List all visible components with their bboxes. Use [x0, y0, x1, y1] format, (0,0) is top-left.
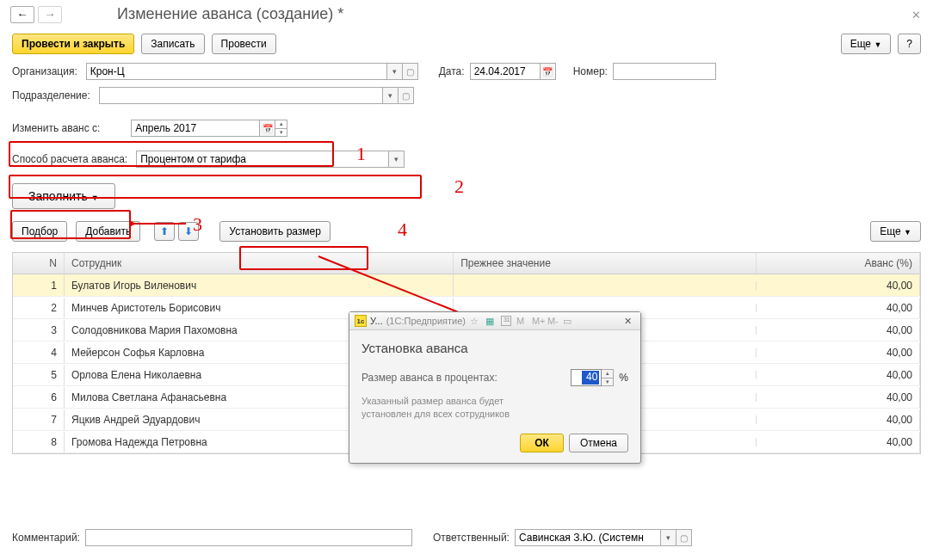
- open-icon: ▢: [402, 91, 410, 101]
- anno-number-4: 4: [398, 218, 407, 241]
- col-header-employee[interactable]: Сотрудник: [65, 253, 454, 274]
- set-advance-dialog: 1c У... (1С:Предприятие) ☆ ▦ 31 M M+ M- …: [349, 311, 641, 464]
- cell-n: 2: [13, 298, 65, 318]
- calendar-icon: [263, 124, 273, 133]
- cell-n: 4: [13, 342, 65, 363]
- set-size-button[interactable]: Установить размер: [219, 221, 331, 242]
- cell-n: 3: [13, 320, 65, 341]
- chevron-down-icon: ▾: [666, 533, 670, 542]
- advance-size-spinner[interactable]: ▴▾: [602, 369, 614, 386]
- caret-up-icon: ▴: [275, 120, 287, 129]
- chevron-down-icon: ▼: [904, 228, 911, 237]
- advance-size-value: 40: [582, 371, 599, 385]
- method-dropdown-button[interactable]: ▾: [389, 151, 405, 168]
- page-title: Изменение аванса (создание) *: [117, 5, 343, 23]
- anno-number-3: 3: [193, 213, 202, 236]
- responsible-dropdown-button[interactable]: ▾: [661, 529, 677, 546]
- col-header-n[interactable]: N: [13, 253, 65, 274]
- method-label: Способ расчета аванса:: [12, 153, 127, 165]
- open-icon: ▢: [406, 67, 414, 77]
- dialog-cancel-button[interactable]: Отмена: [569, 434, 628, 452]
- arrow-up-icon: ⬆: [160, 225, 169, 237]
- cell-advance: 40,00: [757, 387, 920, 408]
- anno-number-1: 1: [356, 143, 366, 165]
- chevron-down-icon: ▼: [91, 194, 99, 202]
- changefrom-calendar-button[interactable]: [260, 120, 275, 137]
- dialog-heading: Установка аванса: [361, 341, 628, 355]
- org-input[interactable]: [86, 63, 387, 80]
- cell-advance: 40,00: [757, 342, 920, 363]
- date-label: Дата:: [439, 65, 465, 77]
- write-button[interactable]: Записать: [141, 34, 204, 54]
- grid-icon[interactable]: ▦: [485, 316, 496, 326]
- cell-advance: 40,00: [757, 320, 920, 341]
- org-open-button[interactable]: ▢: [403, 63, 418, 80]
- nav-forward-button[interactable]: →: [38, 6, 62, 23]
- dialog-caption-short: У...: [370, 316, 383, 326]
- division-open-button[interactable]: ▢: [399, 87, 414, 104]
- calendar-icon: [542, 67, 553, 77]
- m-icon[interactable]: M: [516, 316, 527, 326]
- responsible-open-button[interactable]: ▢: [677, 529, 692, 546]
- cell-employee: Булатов Игорь Виленович: [65, 275, 454, 296]
- cell-advance: 40,00: [757, 432, 920, 452]
- chevron-down-icon: ▾: [388, 91, 392, 100]
- cell-n: 5: [13, 365, 65, 385]
- col-header-advance[interactable]: Аванс (%): [757, 253, 920, 274]
- cell-advance: 40,00: [757, 275, 920, 296]
- cell-advance: 40,00: [757, 409, 920, 430]
- post-close-button[interactable]: Провести и закрыть: [12, 34, 134, 54]
- col-header-prev[interactable]: Прежнее значение: [454, 253, 757, 274]
- responsible-label: Ответственный:: [433, 532, 510, 544]
- app-1c-icon: 1c: [355, 315, 367, 327]
- percent-label: %: [619, 372, 628, 384]
- org-dropdown-button[interactable]: ▾: [387, 63, 403, 80]
- comment-input[interactable]: [85, 529, 412, 546]
- arrow-left-icon: ←: [16, 8, 28, 21]
- dialog-hint: Указанный размер аванса будет установлен…: [361, 395, 628, 422]
- move-up-button[interactable]: ⬆: [154, 222, 175, 241]
- post-button[interactable]: Провести: [212, 34, 276, 54]
- date-input[interactable]: [470, 63, 541, 80]
- select-button[interactable]: Подбор: [12, 221, 67, 242]
- mminus-icon[interactable]: M-: [547, 316, 558, 326]
- number-input[interactable]: [613, 63, 716, 80]
- close-icon[interactable]: ✕: [911, 9, 921, 22]
- division-input[interactable]: [99, 87, 383, 104]
- changefrom-spinner[interactable]: ▴▾: [275, 120, 287, 137]
- chevron-down-icon: ▼: [874, 40, 881, 49]
- mplus-icon[interactable]: M+: [532, 316, 542, 326]
- caret-down-icon: ▾: [602, 378, 613, 386]
- caret-up-icon: ▴: [602, 370, 613, 378]
- arrow-right-icon: →: [44, 8, 55, 21]
- table-row[interactable]: 1Булатов Игорь Виленович40,00: [13, 274, 920, 297]
- more-button[interactable]: Еще ▼: [841, 34, 892, 54]
- dialog-caption-1c: (1С:Предприятие): [386, 316, 466, 326]
- cell-advance: 40,00: [757, 298, 920, 318]
- table-more-button[interactable]: Еще ▼: [870, 221, 921, 242]
- page-icon[interactable]: 31: [501, 316, 511, 326]
- help-button[interactable]: ?: [898, 34, 921, 54]
- minimize-icon[interactable]: ▭: [563, 316, 573, 326]
- arrow-down-icon: ⬇: [184, 225, 193, 237]
- responsible-input[interactable]: [515, 529, 661, 546]
- division-dropdown-button[interactable]: ▾: [383, 87, 399, 104]
- date-calendar-button[interactable]: [541, 63, 556, 80]
- chevron-down-icon: ▾: [394, 155, 399, 163]
- add-button[interactable]: Добавить: [76, 221, 140, 242]
- dialog-ok-button[interactable]: ОК: [520, 434, 564, 452]
- cell-advance: 40,00: [757, 365, 920, 385]
- dialog-close-icon[interactable]: ✕: [621, 316, 635, 327]
- advance-size-label: Размер аванса в процентах:: [361, 372, 497, 384]
- nav-back-button[interactable]: ←: [10, 6, 34, 23]
- method-input[interactable]: [136, 151, 389, 168]
- cell-n: 1: [13, 275, 65, 296]
- changefrom-label: Изменить аванс с:: [12, 122, 100, 134]
- anno-number-2: 2: [454, 175, 464, 198]
- chevron-down-icon: ▾: [392, 67, 397, 76]
- changefrom-input[interactable]: [131, 120, 260, 137]
- fill-button[interactable]: Заполнить ▼: [12, 183, 115, 209]
- advance-size-input[interactable]: 40: [571, 369, 602, 386]
- cell-n: 6: [13, 387, 65, 408]
- favorite-icon[interactable]: ☆: [470, 316, 480, 326]
